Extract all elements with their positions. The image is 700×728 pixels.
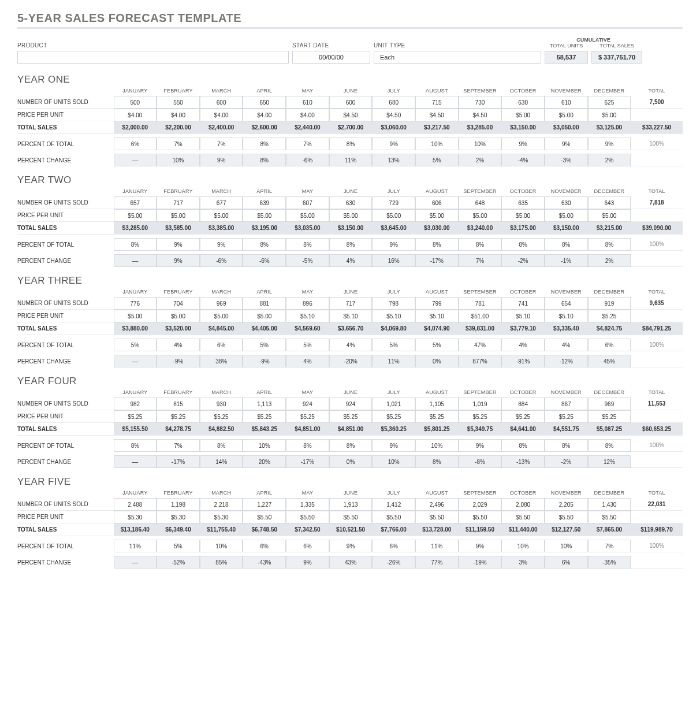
cell[interactable]: $5.25 <box>372 410 415 423</box>
cell[interactable]: 630 <box>329 196 373 209</box>
cell[interactable]: $5.25 <box>157 410 200 423</box>
cell[interactable]: 500 <box>114 96 157 109</box>
cell[interactable]: 643 <box>588 196 631 209</box>
cell[interactable]: 969 <box>200 297 243 310</box>
cell[interactable]: $5.50 <box>501 511 545 523</box>
cell[interactable]: 1,913 <box>329 498 373 511</box>
cell[interactable]: $5.00 <box>243 310 286 322</box>
cell[interactable]: $4.50 <box>329 109 373 121</box>
cell[interactable]: $5.50 <box>545 511 588 523</box>
cell[interactable]: 680 <box>372 96 415 109</box>
cell[interactable]: 2,205 <box>545 498 588 511</box>
cell[interactable]: $5.50 <box>415 511 459 523</box>
cell[interactable]: $4.00 <box>286 109 329 121</box>
cell[interactable]: 1,021 <box>372 398 415 410</box>
cell[interactable]: $5.00 <box>501 209 545 222</box>
cell[interactable]: 630 <box>545 196 588 209</box>
cell[interactable]: 635 <box>501 196 545 209</box>
cell[interactable]: $5.00 <box>545 109 588 121</box>
cell[interactable]: 1,412 <box>372 498 415 511</box>
cell[interactable]: 2,496 <box>415 498 459 511</box>
product-input[interactable] <box>17 51 289 64</box>
cell[interactable]: $5.50 <box>459 511 502 523</box>
cell[interactable]: 1,430 <box>588 498 631 511</box>
cell[interactable]: 1,113 <box>243 398 286 410</box>
cell[interactable]: $5.00 <box>114 310 157 322</box>
cell[interactable]: 919 <box>588 297 631 310</box>
cell[interactable]: $5.25 <box>200 410 243 423</box>
cell[interactable]: 781 <box>459 297 502 310</box>
cell[interactable]: $5.25 <box>459 410 502 423</box>
cell[interactable]: $5.00 <box>200 209 243 222</box>
cell[interactable]: 648 <box>459 196 502 209</box>
cell[interactable]: $5.25 <box>588 410 631 423</box>
cell[interactable]: $4.00 <box>114 109 157 121</box>
cell[interactable]: 625 <box>588 96 631 109</box>
cell[interactable]: 639 <box>243 196 286 209</box>
cell[interactable]: $5.00 <box>114 209 157 222</box>
cell[interactable]: $4.50 <box>372 109 415 121</box>
cell[interactable]: $5.10 <box>286 310 329 322</box>
cell[interactable]: $5.00 <box>459 209 502 222</box>
cell[interactable]: 657 <box>114 196 157 209</box>
cell[interactable]: 799 <box>415 297 459 310</box>
cell[interactable]: $4.00 <box>200 109 243 121</box>
cell[interactable]: 2,218 <box>200 498 243 511</box>
cell[interactable]: 2,029 <box>459 498 502 511</box>
cell[interactable]: $5.00 <box>329 209 373 222</box>
cell[interactable]: $4.00 <box>157 109 200 121</box>
cell[interactable]: 896 <box>286 297 329 310</box>
cell[interactable]: 969 <box>588 398 631 410</box>
cell[interactable]: $5.50 <box>286 511 329 523</box>
cell[interactable]: $5.25 <box>415 410 459 423</box>
cell[interactable]: $5.25 <box>588 310 631 322</box>
cell[interactable]: 982 <box>114 398 157 410</box>
cell[interactable]: $5.00 <box>415 209 459 222</box>
cell[interactable]: 717 <box>157 196 200 209</box>
cell[interactable]: $5.00 <box>372 209 415 222</box>
cell[interactable]: 715 <box>415 96 459 109</box>
cell[interactable]: $5.50 <box>243 511 286 523</box>
cell[interactable]: $5.10 <box>545 310 588 322</box>
cell[interactable]: 884 <box>501 398 545 410</box>
cell[interactable]: $5.25 <box>243 410 286 423</box>
cell[interactable]: 606 <box>415 196 459 209</box>
cell[interactable]: 2,488 <box>114 498 157 511</box>
cell[interactable]: 815 <box>157 398 200 410</box>
cell[interactable]: 881 <box>243 297 286 310</box>
unit-type-input[interactable]: Each <box>374 51 541 64</box>
cell[interactable]: $5.25 <box>286 410 329 423</box>
cell[interactable]: $5.50 <box>329 511 373 523</box>
cell[interactable]: 704 <box>157 297 200 310</box>
cell[interactable]: $5.00 <box>200 310 243 322</box>
cell[interactable]: $4.50 <box>459 109 502 121</box>
cell[interactable]: $5.25 <box>329 410 373 423</box>
cell[interactable]: $5.30 <box>114 511 157 523</box>
cell[interactable]: 776 <box>114 297 157 310</box>
cell[interactable]: $5.00 <box>243 209 286 222</box>
cell[interactable]: $5.10 <box>372 310 415 322</box>
cell[interactable]: 924 <box>329 398 373 410</box>
cell[interactable]: 730 <box>459 96 502 109</box>
cell[interactable]: 2,080 <box>501 498 545 511</box>
cell[interactable]: $5.25 <box>501 410 545 423</box>
cell[interactable]: $5.00 <box>588 109 631 121</box>
cell[interactable]: $5.10 <box>501 310 545 322</box>
cell[interactable]: 729 <box>372 196 415 209</box>
cell[interactable]: $4.50 <box>415 109 459 121</box>
cell[interactable]: 1,335 <box>286 498 329 511</box>
cell[interactable]: 600 <box>329 96 373 109</box>
cell[interactable]: 798 <box>372 297 415 310</box>
cell[interactable]: 550 <box>157 96 200 109</box>
cell[interactable]: $5.00 <box>588 209 631 222</box>
cell[interactable]: 654 <box>545 297 588 310</box>
cell[interactable]: $51.00 <box>459 310 502 322</box>
cell[interactable]: $5.25 <box>545 410 588 423</box>
cell[interactable]: 650 <box>243 96 286 109</box>
cell[interactable]: 607 <box>286 196 329 209</box>
cell[interactable]: $5.25 <box>114 410 157 423</box>
cell[interactable]: $5.00 <box>157 310 200 322</box>
cell[interactable]: 717 <box>329 297 373 310</box>
cell[interactable]: $5.00 <box>501 109 545 121</box>
cell[interactable]: $5.50 <box>372 511 415 523</box>
